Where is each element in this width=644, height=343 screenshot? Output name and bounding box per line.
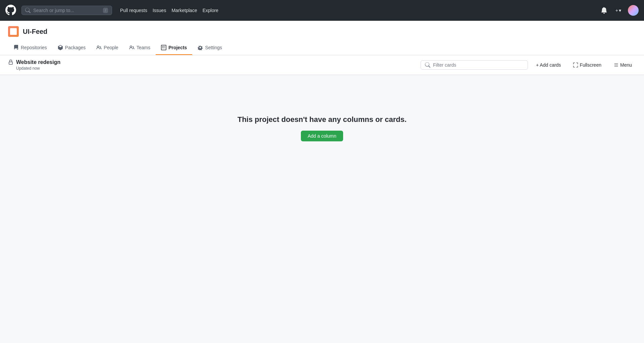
add-cards-button[interactable]: + Add cards (532, 61, 565, 69)
new-button[interactable]: + ▾ (614, 6, 623, 14)
nav-people[interactable]: People (91, 41, 124, 55)
topnav-right: + ▾ (599, 5, 639, 16)
lock-icon (8, 60, 13, 65)
packages-icon (58, 45, 63, 50)
org-title: UI-Feed (8, 26, 636, 37)
settings-icon (198, 45, 203, 50)
search-icon (25, 8, 31, 13)
menu-icon (613, 62, 619, 68)
project-updated: Updated now (16, 66, 60, 71)
fullscreen-label: Fullscreen (580, 62, 601, 68)
filter-cards-input[interactable] (433, 62, 524, 68)
projects-icon (161, 45, 166, 50)
filter-cards-container[interactable] (421, 60, 528, 70)
empty-state-message: This project doesn't have any columns or… (237, 115, 407, 124)
search-shortcut: / (103, 8, 108, 13)
org-header: UI-Feed Repositories Packages People (0, 21, 644, 55)
people-label: People (104, 45, 118, 50)
avatar[interactable] (628, 5, 639, 16)
nav-projects[interactable]: Projects (156, 41, 192, 55)
project-title-row: Website redesign (8, 59, 60, 65)
github-logo[interactable] (5, 5, 16, 16)
plus-icon: + (615, 8, 618, 13)
nav-issues[interactable]: Issues (153, 8, 166, 13)
org-icon (8, 26, 19, 37)
repositories-icon (13, 45, 19, 50)
empty-state: This project doesn't have any columns or… (0, 75, 644, 182)
nav-repositories[interactable]: Repositories (8, 41, 52, 55)
notifications-button[interactable] (599, 6, 609, 15)
add-cards-label: + Add cards (536, 62, 561, 68)
teams-label: Teams (137, 45, 150, 50)
search-input[interactable] (33, 8, 100, 13)
people-icon (96, 45, 102, 50)
top-navigation: / Pull requests Issues Marketplace Explo… (0, 0, 644, 21)
filter-search-icon (425, 62, 430, 68)
nav-settings[interactable]: Settings (192, 41, 227, 55)
add-column-button[interactable]: Add a column (301, 131, 343, 141)
project-actions: + Add cards Fullscreen Menu (421, 60, 636, 70)
org-nav: Repositories Packages People Teams (8, 41, 636, 55)
search-box[interactable]: / (21, 6, 112, 15)
packages-label: Packages (65, 45, 86, 50)
fullscreen-icon (573, 62, 578, 68)
nav-packages[interactable]: Packages (52, 41, 91, 55)
nav-pull-requests[interactable]: Pull requests (120, 8, 147, 13)
menu-label: Menu (620, 62, 632, 68)
project-toolbar: Website redesign Updated now + Add cards… (0, 55, 644, 75)
project-info: Website redesign Updated now (8, 59, 60, 71)
projects-label: Projects (168, 45, 187, 50)
topnav-links: Pull requests Issues Marketplace Explore (120, 8, 218, 13)
nav-marketplace[interactable]: Marketplace (171, 8, 197, 13)
nav-explore[interactable]: Explore (203, 8, 218, 13)
settings-label: Settings (205, 45, 222, 50)
nav-teams[interactable]: Teams (124, 41, 156, 55)
project-title: Website redesign (16, 59, 60, 65)
teams-icon (129, 45, 135, 50)
repositories-label: Repositories (21, 45, 47, 50)
fullscreen-button[interactable]: Fullscreen (569, 61, 605, 69)
org-name: UI-Feed (23, 28, 47, 36)
plus-chevron: ▾ (619, 8, 621, 13)
menu-button[interactable]: Menu (609, 61, 636, 69)
